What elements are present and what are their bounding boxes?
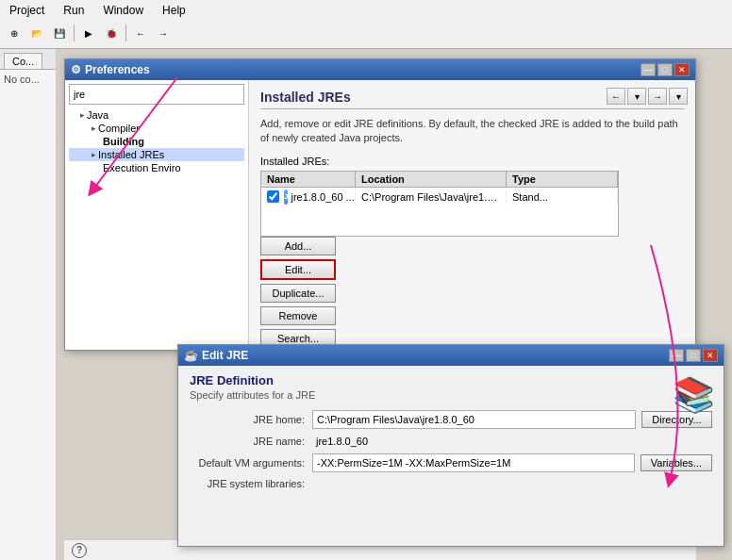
preferences-title-text: Preferences	[85, 63, 150, 76]
tb-run-btn[interactable]: ▶	[78, 23, 99, 43]
jre-icon: J	[284, 189, 288, 205]
jre-checkbox[interactable]	[267, 190, 279, 203]
preferences-titlebar: ⚙ Preferences — □ ✕	[65, 59, 695, 80]
jre-name-row: JRE name: jre1.8.0_60	[190, 435, 712, 448]
jre-name-label: JRE name:	[190, 436, 312, 447]
edit-jre-body: 📚 JRE Definition Specify attributes for …	[178, 366, 724, 502]
edit-jre-close[interactable]: ✕	[703, 349, 718, 362]
tree-item-installed-jres[interactable]: ▸ Installed JREs	[69, 148, 244, 161]
edit-jre-minimize[interactable]: —	[669, 349, 684, 362]
menu-help[interactable]: Help	[158, 2, 190, 19]
jre-name-text: jre1.8.0_60 ...	[291, 191, 354, 203]
toolbar-area: Project Run Window Help ⊕ 📂 💾 ▶ 🐞 ← →	[0, 0, 732, 49]
jre-name-cell: J jre1.8.0_60 ...	[261, 188, 356, 206]
tree-label-jres: Installed JREs	[98, 149, 164, 160]
bg-side-text: No co...	[0, 70, 56, 89]
jre-def-desc: Specify attributes for a JRE	[190, 389, 712, 401]
tb-open-btn[interactable]: 📂	[26, 23, 47, 43]
toolbar-buttons: ⊕ 📂 💾 ▶ 🐞 ← →	[0, 21, 732, 45]
nav-back-dropdown[interactable]: ▾	[627, 88, 646, 105]
jre-table-header: Name Location Type	[261, 172, 618, 188]
bg-content: Co... No co...	[0, 49, 57, 560]
close-button[interactable]: ✕	[674, 63, 690, 76]
help-icon[interactable]: ?	[72, 543, 87, 558]
jre-table-area: Name Location Type J jre1.8.0_60 ... C:\…	[260, 171, 684, 348]
add-button[interactable]: Add...	[260, 237, 336, 255]
menu-bar: Project Run Window Help	[0, 0, 732, 21]
book-icon: 📚	[673, 375, 712, 418]
tb-forward-btn[interactable]: →	[153, 23, 174, 43]
tb-save-btn[interactable]: 💾	[49, 23, 70, 43]
edit-button[interactable]: Edit...	[260, 259, 336, 280]
nav-forward-btn[interactable]: →	[648, 88, 667, 105]
jre-def-title: JRE Definition	[190, 373, 712, 387]
nav-back-btn[interactable]: ←	[607, 88, 625, 105]
tree-label-exec-env: Execution Enviro	[103, 162, 181, 173]
variables-button[interactable]: Variables...	[640, 454, 712, 471]
edit-jre-title-text: ☕ Edit JRE	[184, 349, 248, 362]
edit-jre-icon: ☕	[184, 349, 198, 362]
edit-jre-titlebar: ☕ Edit JRE — □ ✕	[178, 345, 724, 366]
tab-co[interactable]: Co...	[4, 53, 42, 69]
default-vm-row: Default VM arguments: Variables...	[190, 453, 712, 472]
jre-home-label: JRE home:	[190, 414, 312, 425]
preferences-left-panel: ▸ Java ▸ Compiler Building ▸ Installed J…	[65, 80, 249, 350]
default-vm-label: Default VM arguments:	[190, 457, 312, 469]
edit-jre-title: Edit JRE	[202, 349, 248, 362]
preferences-title: ⚙ Preferences	[71, 63, 150, 76]
jre-table: Name Location Type J jre1.8.0_60 ... C:\…	[260, 171, 619, 237]
preferences-right-panel: ← ▾ → ▾ Installed JREs Add, remove or ed…	[249, 80, 695, 350]
default-vm-input[interactable]	[312, 453, 635, 472]
tb-back-btn[interactable]: ←	[130, 23, 151, 43]
tree-label-building: Building	[103, 136, 144, 147]
jre-system-libs-row: JRE system libraries:	[190, 478, 712, 489]
jre-table-row[interactable]: J jre1.8.0_60 ... C:\Program Files\Java\…	[261, 188, 618, 206]
menu-project[interactable]: Project	[6, 2, 48, 19]
menu-run[interactable]: Run	[59, 2, 88, 19]
edit-jre-titlebar-controls: — □ ✕	[669, 349, 718, 362]
jre-location-cell: C:\Program Files\Java\jre1.8....	[356, 189, 507, 205]
tree-label-java: Java	[87, 109, 108, 121]
nav-forward-dropdown[interactable]: ▾	[669, 88, 688, 105]
tree-arrow-jres: ▸	[92, 150, 96, 159]
remove-button[interactable]: Remove	[260, 306, 336, 325]
maximize-button[interactable]: □	[657, 63, 673, 76]
edit-jre-dialog: ☕ Edit JRE — □ ✕ 📚 JRE Definition Specif…	[177, 344, 724, 547]
jre-name-value: jre1.8.0_60	[312, 435, 712, 448]
tab-area: Co...	[0, 49, 56, 70]
tb-debug-btn[interactable]: 🐞	[101, 23, 122, 43]
right-section-desc: Add, remove or edit JRE definitions. By …	[260, 117, 684, 146]
jre-col-name: Name	[261, 172, 356, 187]
titlebar-controls: — □ ✕	[640, 63, 690, 76]
edit-jre-maximize[interactable]: □	[686, 349, 701, 362]
tree-item-exec-env[interactable]: Execution Enviro	[69, 161, 244, 174]
jre-home-row: JRE home: Directory...	[190, 410, 712, 429]
installed-jres-label: Installed JREs:	[260, 156, 684, 167]
tree-item-compiler[interactable]: ▸ Compiler	[69, 122, 244, 135]
tb-new-btn[interactable]: ⊕	[4, 23, 25, 43]
menu-window[interactable]: Window	[99, 2, 147, 19]
tree-item-building[interactable]: Building	[69, 135, 244, 148]
tree-arrow-compiler: ▸	[92, 124, 96, 133]
pref-search-input[interactable]	[69, 84, 244, 105]
tree-label-compiler: Compiler	[98, 123, 140, 134]
tb-separator-1	[74, 25, 75, 41]
preferences-dialog: ⚙ Preferences — □ ✕ ▸ Java ▸ Compiler Bu…	[64, 58, 696, 351]
jre-type-cell: Stand...	[507, 189, 618, 205]
jre-home-input[interactable]	[312, 410, 636, 429]
jre-col-type: Type	[507, 172, 618, 187]
minimize-button[interactable]: —	[640, 63, 656, 76]
nav-arrows: ← ▾ → ▾	[607, 88, 688, 105]
tb-separator-2	[125, 25, 126, 41]
jre-col-location: Location	[356, 172, 507, 187]
tree-arrow-java: ▸	[80, 110, 85, 120]
preferences-icon: ⚙	[71, 63, 81, 76]
preferences-body: ▸ Java ▸ Compiler Building ▸ Installed J…	[65, 80, 695, 350]
jre-action-buttons: Add... Edit... Duplicate... Remove Searc…	[260, 237, 336, 348]
tree-item-java[interactable]: ▸ Java	[69, 108, 244, 122]
jre-system-libs-label: JRE system libraries:	[190, 478, 312, 489]
duplicate-button[interactable]: Duplicate...	[260, 284, 336, 303]
